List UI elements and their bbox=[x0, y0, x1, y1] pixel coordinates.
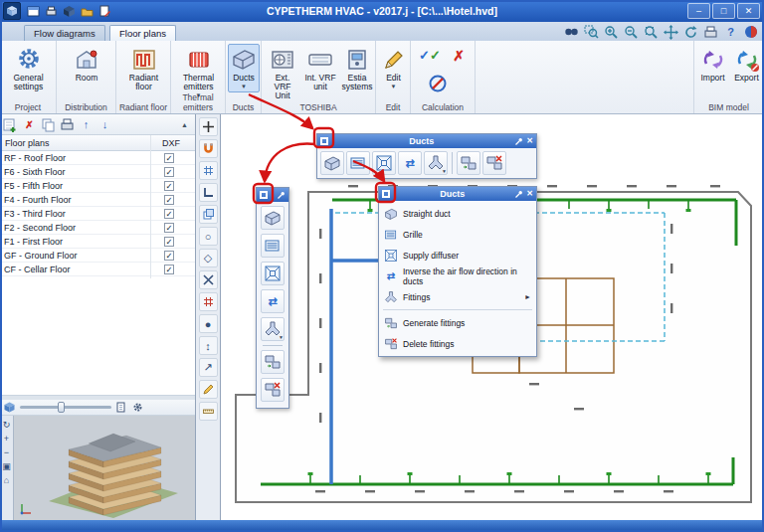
import-button[interactable]: Import bbox=[696, 44, 729, 86]
floor-row[interactable]: CF - Cellar Floor✓ bbox=[0, 263, 195, 276]
menu-item-delete-fittings[interactable]: Delete fittings bbox=[379, 333, 536, 354]
delete-fittings-button[interactable] bbox=[261, 378, 285, 402]
straight-duct-button[interactable] bbox=[320, 151, 344, 175]
close-icon[interactable]: ✕ bbox=[526, 136, 533, 146]
fittings-button[interactable]: ▼ bbox=[424, 151, 448, 175]
dxf-checkbox[interactable]: ✓ bbox=[164, 265, 174, 274]
snap-nearest-icon[interactable]: ● bbox=[199, 314, 218, 333]
generate-fittings-button[interactable] bbox=[457, 151, 480, 175]
ortho-icon[interactable] bbox=[199, 183, 218, 202]
move-down-button[interactable]: ↓ bbox=[96, 116, 113, 133]
snap-intersection-icon[interactable] bbox=[199, 270, 218, 289]
menu-title-bar[interactable]: Ducts ✕ bbox=[379, 187, 536, 201]
dxf-checkbox[interactable]: ✓ bbox=[164, 237, 174, 247]
reference-grid-icon[interactable] bbox=[199, 292, 218, 311]
delete-floor-button[interactable]: ✗ bbox=[21, 116, 38, 133]
zoom-slider-thumb[interactable] bbox=[58, 402, 65, 413]
zoom-out-icon[interactable]: − bbox=[1, 446, 12, 457]
ducts-floating-toolbar-vertical[interactable]: ⇄ ▼ bbox=[256, 187, 289, 409]
layers-icon[interactable] bbox=[199, 205, 218, 224]
dxf-checkbox[interactable]: ✓ bbox=[164, 223, 174, 233]
maximize-button[interactable]: □ bbox=[712, 3, 735, 19]
floor-row[interactable]: F2 - Second Floor✓ bbox=[0, 221, 195, 235]
fit-view-icon[interactable]: ▣ bbox=[1, 460, 12, 471]
drag-grip-icon[interactable] bbox=[320, 137, 328, 145]
ducts-button[interactable]: Ducts ▼ bbox=[228, 44, 260, 92]
straight-duct-button[interactable] bbox=[261, 206, 285, 230]
measure-icon[interactable] bbox=[199, 402, 218, 421]
edit-button[interactable]: Edit ▼ bbox=[378, 44, 409, 92]
radiant-floor-button[interactable]: Radiant floor bbox=[119, 44, 168, 94]
zoom-in-icon[interactable]: + bbox=[1, 433, 12, 443]
menu-item-generate-fittings[interactable]: Generate fittings bbox=[379, 312, 536, 333]
general-settings-button[interactable]: General settings bbox=[3, 44, 54, 94]
grid-icon[interactable] bbox=[199, 161, 218, 180]
preview-pages-icon[interactable] bbox=[116, 402, 127, 413]
add-floor-button[interactable] bbox=[2, 116, 19, 133]
redraw-icon[interactable] bbox=[682, 24, 699, 40]
floor-row[interactable]: F6 - Sixth Floor✓ bbox=[0, 165, 195, 179]
dxf-checkbox[interactable]: ✓ bbox=[164, 195, 174, 205]
floor-row[interactable]: F1 - First Floor✓ bbox=[0, 235, 195, 249]
home-view-icon[interactable]: ⌂ bbox=[1, 474, 12, 485]
pointer-cross-icon[interactable] bbox=[199, 117, 218, 136]
copy-floor-button[interactable] bbox=[40, 116, 57, 133]
preview-settings-icon[interactable] bbox=[132, 402, 143, 413]
building-3d-preview[interactable] bbox=[14, 416, 195, 519]
delete-results-button[interactable]: ✗ bbox=[447, 45, 471, 67]
toolbar-title-bar[interactable]: Ducts ✕ bbox=[317, 134, 536, 148]
supply-diffuser-button[interactable] bbox=[372, 151, 396, 175]
drag-grip-icon[interactable] bbox=[260, 191, 268, 199]
rotate-icon[interactable]: ↻ bbox=[1, 419, 12, 430]
magnet-icon[interactable] bbox=[199, 139, 218, 158]
inverse-airflow-button[interactable]: ⇄ bbox=[261, 289, 285, 313]
floor-row[interactable]: F3 - Third Floor✓ bbox=[0, 207, 195, 221]
snap-node-icon[interactable]: ◇ bbox=[199, 249, 218, 267]
model-cube-icon[interactable] bbox=[62, 4, 77, 19]
direction-icon[interactable]: ↗ bbox=[199, 358, 218, 377]
tab-flow-diagrams[interactable]: Flow diagrams bbox=[24, 25, 105, 41]
grille-button[interactable] bbox=[346, 151, 370, 175]
open-folder-icon[interactable] bbox=[80, 4, 95, 19]
view-3d-icon[interactable] bbox=[4, 402, 15, 413]
zoom-slider[interactable] bbox=[20, 406, 111, 409]
room-button[interactable]: Room bbox=[67, 44, 106, 86]
int-vrf-unit-button[interactable]: Int. VRF unit bbox=[302, 44, 338, 94]
cancel-calculation-button[interactable] bbox=[425, 71, 451, 96]
drawing-area[interactable]: Ducts ✕ ⇄ ▼ bbox=[221, 114, 764, 520]
edit-document-icon[interactable] bbox=[97, 4, 112, 19]
move-up-button[interactable]: ↑ bbox=[78, 116, 95, 133]
pan-icon[interactable] bbox=[663, 24, 679, 40]
move-vertical-icon[interactable]: ↕ bbox=[199, 336, 218, 355]
ducts-menu[interactable]: Ducts ✕ Straight duct Grille Supply diff… bbox=[378, 186, 537, 357]
inverse-airflow-button[interactable]: ⇄ bbox=[398, 151, 422, 175]
pencil-tool-icon[interactable] bbox=[199, 380, 218, 399]
estia-systems-button[interactable]: Estia systems bbox=[340, 44, 374, 94]
grille-button[interactable] bbox=[261, 234, 285, 258]
menu-item-inverse-airflow[interactable]: ⇄ Inverse the air flow direction in duct… bbox=[379, 266, 536, 286]
dxf-checkbox[interactable]: ✓ bbox=[164, 209, 174, 219]
ducts-floating-toolbar[interactable]: Ducts ✕ ⇄ ▼ bbox=[316, 133, 537, 179]
update-results-button[interactable]: ✓✓ bbox=[417, 45, 443, 66]
collapse-panel-button[interactable]: ▲ bbox=[176, 116, 193, 133]
print-list-button[interactable] bbox=[59, 116, 76, 133]
floor-row[interactable]: RF - Roof Floor✓ bbox=[0, 151, 195, 165]
zoom-out-icon[interactable] bbox=[623, 24, 640, 40]
floor-row[interactable]: F4 - Fourth Floor✓ bbox=[0, 193, 195, 207]
menu-item-straight-duct[interactable]: Straight duct bbox=[379, 203, 536, 224]
minimize-button[interactable]: – bbox=[687, 3, 710, 19]
dxf-checkbox[interactable]: ✓ bbox=[164, 181, 174, 191]
fittings-button[interactable]: ▼ bbox=[261, 317, 285, 341]
app-icon[interactable] bbox=[3, 2, 21, 20]
menu-item-supply-diffuser[interactable]: Supply diffuser bbox=[379, 245, 536, 266]
help-icon[interactable]: ? bbox=[722, 24, 739, 40]
dxf-checkbox[interactable]: ✓ bbox=[164, 251, 174, 261]
pin-icon[interactable] bbox=[514, 185, 523, 203]
print-view-icon[interactable] bbox=[702, 24, 719, 40]
supply-diffuser-button[interactable] bbox=[261, 262, 285, 285]
pin-icon[interactable] bbox=[514, 132, 523, 150]
snap-center-icon[interactable]: ○ bbox=[199, 227, 218, 246]
new-window-icon[interactable] bbox=[26, 4, 41, 19]
zoom-window-icon[interactable] bbox=[583, 24, 600, 40]
delete-fittings-button[interactable] bbox=[482, 151, 506, 175]
